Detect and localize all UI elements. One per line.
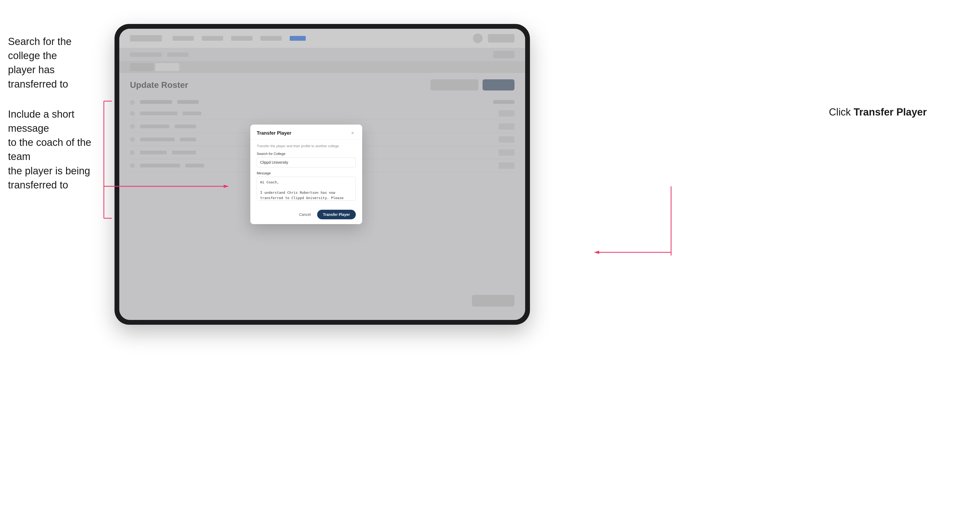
annotation-left: Search for the college theplayer has tra… (8, 35, 104, 192)
college-search-input[interactable] (257, 157, 356, 167)
modal-title: Transfer Player (257, 130, 291, 136)
message-textarea[interactable]: Hi Coach, I understand Chris Robertson h… (257, 177, 356, 201)
modal-header: Transfer Player × (250, 125, 362, 140)
modal-overlay: Transfer Player × Transfer the player an… (119, 29, 525, 320)
transfer-player-modal: Transfer Player × Transfer the player an… (250, 125, 362, 224)
modal-footer: Cancel Transfer Player (250, 206, 362, 224)
annotation-click-prefix: Click (829, 106, 854, 117)
annotation-text-1: Search for the college theplayer has tra… (8, 35, 104, 91)
message-label: Message (257, 171, 356, 175)
tablet-frame: Update Roster (115, 24, 530, 325)
annotation-click-bold: Transfer Player (854, 106, 927, 117)
modal-body: Transfer the player and their profile to… (250, 140, 362, 206)
svg-marker-6 (594, 251, 599, 254)
annotation-right: Click Transfer Player (829, 106, 927, 118)
annotation-text-2: Include a short messageto the coach of t… (8, 107, 104, 192)
college-label: Search for College (257, 152, 356, 156)
close-icon[interactable]: × (349, 130, 356, 136)
tablet-screen: Update Roster (119, 29, 525, 320)
cancel-button[interactable]: Cancel (296, 210, 314, 219)
transfer-player-button[interactable]: Transfer Player (317, 210, 356, 219)
modal-description: Transfer the player and their profile to… (257, 144, 356, 148)
